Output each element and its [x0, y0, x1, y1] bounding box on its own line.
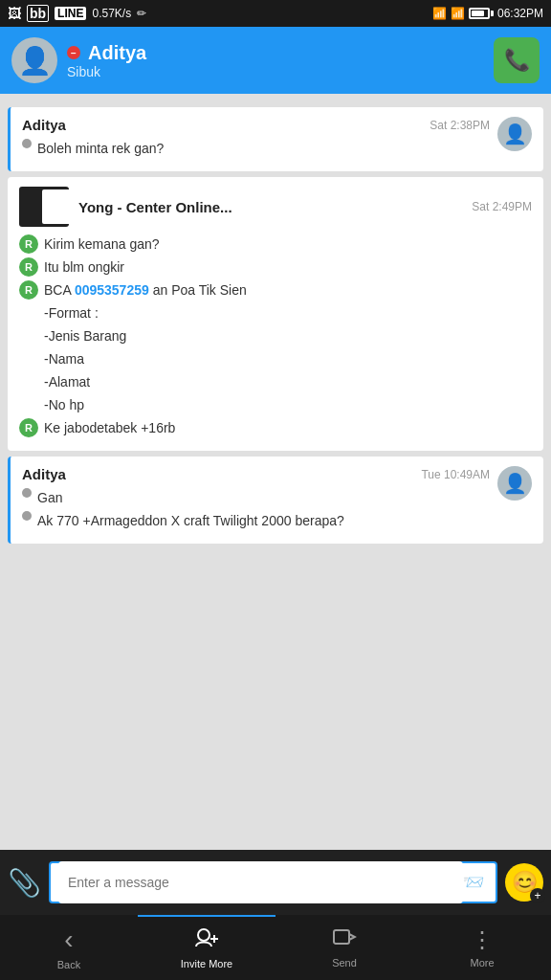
message-block-aditya-1: Aditya Sat 2:38PM Boleh minta rek gan? 👤	[8, 107, 543, 171]
r-badge-icon: R	[19, 418, 38, 437]
battery-icon	[469, 8, 494, 19]
header-info: − Aditya Sibuk	[67, 42, 146, 79]
gallery-icon: 🖼	[8, 6, 21, 21]
message-body: Aditya Sat 2:38PM Boleh minta rek gan?	[22, 117, 490, 162]
wifi-icon: 📶	[432, 7, 447, 20]
attach-icon[interactable]: 📎	[8, 867, 41, 899]
message-row: Aditya Sat 2:38PM Boleh minta rek gan? 👤	[22, 117, 532, 162]
contact-name-row: − Aditya	[67, 42, 146, 64]
yong-line-9: R Ke jabodetabek +16rb	[19, 418, 532, 438]
yong-line-text: -Jenis Barang	[44, 326, 532, 346]
signal-bars-icon: 📶	[451, 7, 465, 20]
yong-header: Yong - Center Online... Sat 2:49PM	[19, 187, 532, 227]
status-bar-right: 📶 📶 06:32PM	[432, 7, 543, 20]
yong-sender-name: Yong - Center Online...	[78, 199, 232, 215]
avatar-person-icon: 👤	[18, 45, 52, 77]
signal-icon: ✏	[137, 7, 146, 20]
message-sender: Aditya	[22, 117, 66, 133]
dot-icon	[22, 139, 32, 148]
message-content: Boleh minta rek gan?	[22, 139, 490, 159]
header-left: 👤 − Aditya Sibuk	[11, 37, 146, 83]
bca-number: 0095357259	[75, 282, 149, 298]
nav-more[interactable]: ⋮ More	[413, 915, 551, 980]
more-dots-icon: ⋮	[471, 926, 494, 953]
nav-back-label: Back	[57, 959, 80, 970]
yong-thumbnail	[19, 187, 69, 227]
yong-line-text: -No hp	[44, 395, 532, 415]
yong-line-5: -Jenis Barang	[19, 326, 532, 346]
yong-line-text: Itu blm ongkir	[44, 257, 532, 278]
yong-line-text: Ke jabodetabek +16rb	[44, 418, 532, 438]
contact-name: Aditya	[88, 42, 146, 64]
message-row: Aditya Tue 10:49AM Gan Ak 770 +Armageddo…	[22, 466, 532, 534]
yong-line-2: R Itu blm ongkir	[19, 257, 532, 278]
message-sender: Aditya	[22, 466, 66, 482]
yong-left: Yong - Center Online...	[19, 187, 232, 227]
nav-back[interactable]: ‹ Back	[0, 915, 138, 980]
avatar-person-icon: 👤	[503, 122, 527, 145]
nav-more-label: More	[470, 957, 494, 969]
chat-header: 👤 − Aditya Sibuk 📞	[0, 27, 551, 94]
yong-line-7: -Alamat	[19, 372, 532, 392]
send-draft-icon: 📨	[463, 872, 484, 893]
send-icon	[332, 926, 357, 953]
svg-point-0	[198, 929, 209, 941]
yong-line-6: -Nama	[19, 349, 532, 369]
nav-invite-more[interactable]: Invite More	[138, 915, 276, 980]
message-block-yong: Yong - Center Online... Sat 2:49PM R Kir…	[8, 177, 543, 451]
message-header: Aditya Sat 2:38PM	[22, 117, 490, 133]
status-bar-left: 🖼 bb LINE 0.57K/s ✏	[8, 5, 146, 22]
contact-avatar: 👤	[11, 37, 57, 83]
message-line-text: Gan	[37, 488, 490, 508]
yong-line-text: -Alamat	[44, 372, 532, 392]
yong-line-3: R BCA 0095357259 an Poa Tik Sien	[19, 280, 532, 301]
sender-avatar: 👤	[497, 466, 532, 501]
busy-status-icon: −	[67, 46, 80, 59]
sender-avatar: 👤	[497, 117, 532, 151]
message-time: Sat 2:38PM	[430, 119, 490, 132]
emoji-button[interactable]: 😊 +	[505, 863, 543, 902]
yong-line-8: -No hp	[19, 395, 532, 415]
nav-send[interactable]: Send	[276, 915, 413, 980]
yong-line-text: Kirim kemana gan?	[44, 234, 532, 255]
time-display: 06:32PM	[497, 7, 543, 20]
yong-message-content: R Kirim kemana gan? R Itu blm ongkir R B…	[19, 234, 532, 438]
contact-status: Sibuk	[67, 64, 146, 79]
message-line-text: Boleh minta rek gan?	[37, 139, 490, 159]
line-icon: LINE	[55, 7, 86, 20]
call-button[interactable]: 📞	[494, 37, 540, 83]
bottom-navigation: ‹ Back Invite More Send ⋮ More	[0, 915, 551, 980]
yong-line-1: R Kirim kemana gan?	[19, 234, 532, 255]
r-badge-icon: R	[19, 280, 38, 300]
r-badge-icon: R	[19, 234, 38, 254]
yong-line-text: -Format :	[44, 303, 532, 323]
message-block-aditya-2: Aditya Tue 10:49AM Gan Ak 770 +Armageddo…	[8, 457, 543, 544]
nav-send-label: Send	[332, 957, 357, 969]
invite-more-icon	[194, 927, 219, 954]
svg-rect-3	[334, 930, 349, 944]
bbm-icon: bb	[27, 5, 49, 22]
back-arrow-icon: ‹	[64, 924, 73, 955]
message-line-text: Ak 770 +Armageddon X craft Twilight 2000…	[37, 511, 490, 531]
dot-icon	[22, 488, 32, 498]
message-content: Gan Ak 770 +Armageddon X craft Twilight …	[22, 488, 490, 531]
message-line-2: Ak 770 +Armageddon X craft Twilight 2000…	[22, 511, 490, 531]
yong-message-time: Sat 2:49PM	[472, 200, 532, 213]
avatar-person-icon: 👤	[503, 472, 527, 495]
r-badge-icon: R	[19, 257, 38, 277]
emoji-plus-icon: +	[530, 888, 545, 903]
dot-icon	[22, 511, 32, 521]
yong-bca-line: BCA 0095357259 an Poa Tik Sien	[44, 280, 532, 301]
nav-invite-more-label: Invite More	[181, 958, 232, 969]
message-line-1: Gan	[22, 488, 490, 508]
status-bar: 🖼 bb LINE 0.57K/s ✏ 📶 📶 06:32PM	[0, 0, 551, 27]
yong-line-text: -Nama	[44, 349, 532, 369]
input-area: 📎 📨 😊 +	[0, 850, 551, 915]
message-body: Aditya Tue 10:49AM Gan Ak 770 +Armageddo…	[22, 466, 490, 534]
yong-line-4: -Format :	[19, 303, 532, 323]
message-line: Boleh minta rek gan?	[22, 139, 490, 159]
speed-indicator: 0.57K/s	[92, 7, 131, 20]
message-input[interactable]	[58, 861, 463, 903]
message-time: Tue 10:49AM	[421, 468, 490, 481]
message-header: Aditya Tue 10:49AM	[22, 466, 490, 482]
